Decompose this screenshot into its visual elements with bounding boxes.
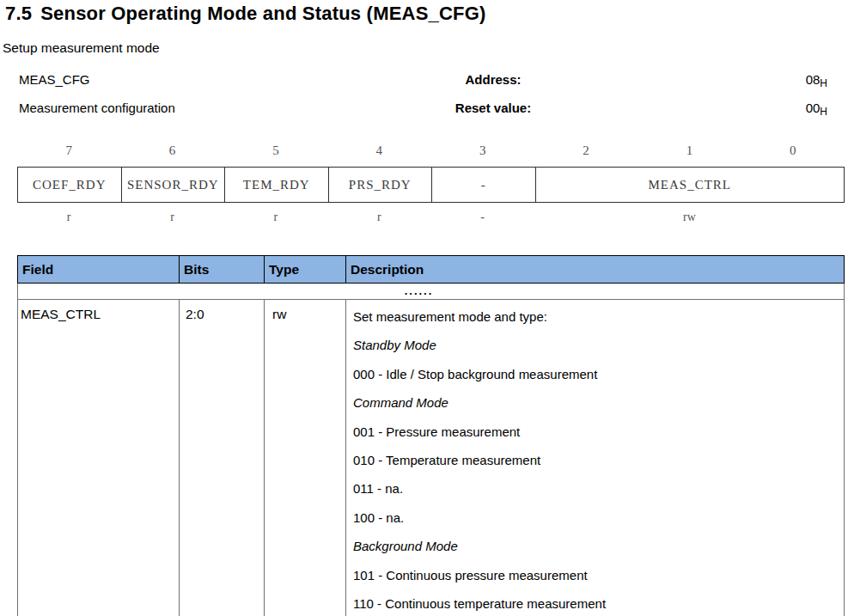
description-line: Command Mode	[353, 388, 844, 417]
register-bit-table: COEF_RDY SENSOR_RDY TEM_RDY PRS_RDY - ME…	[17, 167, 845, 203]
register-info-row: Measurement configuration Reset value: 0…	[19, 101, 829, 116]
cell-type: rw	[265, 300, 346, 616]
reset-value: 00H	[806, 101, 827, 118]
datasheet-page: 7.5Sensor Operating Mode and Status (MEA…	[0, 0, 848, 616]
access-row: r r r r - rw	[17, 210, 845, 224]
hex-suffix: H	[820, 77, 827, 89]
description-line: Set measurement mode and type:	[353, 302, 844, 331]
field-table-header: Field Bits Type Description	[17, 255, 845, 284]
cell-field: MEAS_CTRL	[18, 300, 180, 616]
ellipsis-row: ......	[17, 284, 845, 300]
description-line: Standby Mode	[353, 331, 844, 359]
bit-number: 7	[17, 143, 120, 158]
bit-cell-prs-rdy: PRS_RDY	[329, 168, 433, 202]
section-title: Sensor Operating Mode and Status (MEAS_C…	[40, 3, 485, 24]
header-type: Type	[265, 256, 346, 283]
bit-number: 5	[224, 143, 327, 158]
hex-suffix: H	[820, 106, 827, 118]
ellipsis-text: ......	[405, 284, 434, 297]
header-description: Description	[346, 256, 844, 283]
description-line: 100 - na.	[353, 503, 844, 532]
bit-number: 1	[638, 143, 741, 158]
reset-hex: 00	[806, 101, 821, 115]
description-line: 000 - Idle / Stop background measurement	[353, 360, 844, 388]
field-table-row: MEAS_CTRL 2:0 rw Set measurement mode an…	[17, 300, 845, 616]
page-subtitle: Setup measurement mode	[3, 40, 160, 56]
bit-cell-reserved: -	[432, 168, 536, 202]
cell-description: Set measurement mode and type: Standby M…	[346, 300, 844, 616]
header-field: Field	[18, 256, 180, 283]
bit-number: 3	[431, 143, 534, 158]
description-line: 101 - Continuous pressure measurement	[353, 561, 844, 589]
address-value: 08H	[806, 72, 827, 89]
bit-number: 6	[120, 143, 223, 158]
section-heading: 7.5Sensor Operating Mode and Status (MEA…	[5, 3, 486, 25]
cell-bits: 2:0	[180, 300, 265, 616]
access-type: r	[327, 210, 430, 224]
address-label: Address:	[347, 72, 639, 87]
register-name: MEAS_CFG	[19, 72, 90, 87]
register-description: Measurement configuration	[19, 101, 175, 115]
reset-value-label: Reset value:	[347, 101, 639, 115]
field-description-table: Field Bits Type Description ...... MEAS_…	[17, 255, 845, 616]
header-bits: Bits	[180, 256, 265, 283]
access-type: rw	[534, 210, 845, 224]
bit-number: 4	[327, 143, 430, 158]
access-type: -	[431, 210, 534, 224]
section-number: 7.5	[5, 3, 32, 25]
description-line: 011 - na.	[353, 474, 844, 503]
bit-cell-tem-rdy: TEM_RDY	[225, 168, 329, 202]
access-type: r	[224, 210, 327, 224]
register-info-row: MEAS_CFG Address: 08H	[19, 72, 829, 88]
bit-cell-sensor-rdy: SENSOR_RDY	[122, 168, 226, 202]
description-line: 110 - Continuous temperature measurement	[353, 589, 844, 616]
description-line: 010 - Temperature measurement	[353, 446, 844, 474]
access-type: r	[120, 210, 223, 224]
bit-number: 0	[741, 143, 845, 158]
access-type: r	[17, 210, 120, 224]
bit-number-row: 7 6 5 4 3 2 1 0	[17, 143, 845, 158]
bit-cell-meas-ctrl: MEAS_CTRL	[536, 168, 845, 202]
address-hex: 08	[806, 72, 821, 87]
description-line: 001 - Pressure measurement	[353, 418, 844, 446]
description-line: Background Mode	[353, 532, 844, 560]
bit-number: 2	[534, 143, 638, 158]
bit-cell-coef-rdy: COEF_RDY	[18, 168, 122, 202]
